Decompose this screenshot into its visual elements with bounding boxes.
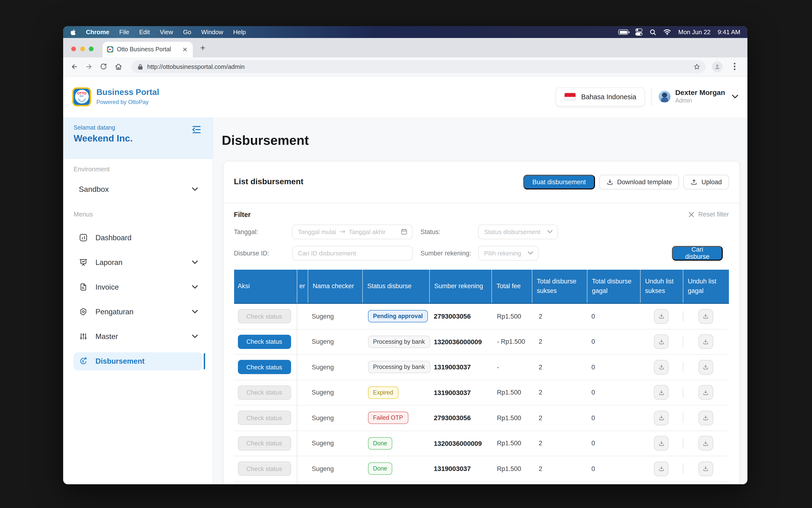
total-disburse-sukses: 2	[531, 329, 587, 354]
status-badge: Failed OTP	[368, 412, 408, 424]
total-fee: Rp1.500	[491, 406, 531, 430]
check-status-button[interactable]: Check status	[238, 385, 291, 400]
url-bar[interactable]: http://ottobusinessportal.com/admin	[132, 60, 706, 73]
sidebar-collapse-icon[interactable]	[190, 123, 203, 135]
status-badge: Done	[368, 463, 392, 475]
language-label: Bahasa Indonesia	[581, 93, 636, 100]
language-selector[interactable]: Bahasa Indonesia	[556, 87, 645, 106]
menubar-item-help[interactable]: Help	[233, 29, 246, 36]
minimize-window-button[interactable]	[80, 46, 85, 51]
sidebar-item-dashboard[interactable]: Dashboard	[74, 228, 202, 247]
tab-close-icon[interactable]: ✕	[181, 46, 188, 53]
source-account-number: 2793003056	[429, 406, 491, 430]
disburse-id-input[interactable]: Cari ID disbursement	[292, 246, 413, 260]
browser-menu-icon[interactable]	[728, 60, 741, 73]
check-status-button[interactable]: Check status	[238, 462, 291, 476]
battery-icon	[618, 30, 629, 35]
total-disburse-gagal: 0	[587, 355, 640, 380]
total-disburse-gagal: 0	[587, 304, 640, 329]
download-success-list-button[interactable]	[654, 335, 669, 349]
check-status-button[interactable]: Check status	[238, 436, 291, 451]
table-header: Aksi er Nama checker Status disburse Sum…	[234, 269, 729, 304]
spotlight-search-icon[interactable]	[650, 29, 656, 35]
download-failed-list-button[interactable]	[698, 385, 713, 400]
download-failed-list-button[interactable]	[698, 436, 713, 451]
chevron-down-icon	[191, 260, 198, 264]
environment-value: Sandbox	[79, 185, 109, 194]
download-success-list-button[interactable]	[654, 462, 669, 476]
download-template-button[interactable]: Download template	[599, 174, 679, 189]
total-disburse-gagal: 0	[587, 329, 640, 354]
back-icon[interactable]	[68, 60, 81, 73]
checker-name: Sugeng	[307, 431, 362, 456]
menubar-item-chrome[interactable]: Chrome	[86, 29, 109, 36]
column-maker-clipped: er	[297, 269, 307, 303]
otto-favicon-icon	[107, 46, 114, 53]
download-success-list-button[interactable]	[654, 385, 669, 400]
menubar-item-go[interactable]: Go	[183, 29, 191, 36]
upload-icon	[690, 178, 697, 185]
download-success-list-button[interactable]	[654, 360, 669, 375]
menubar-item-edit[interactable]: Edit	[139, 29, 150, 36]
reload-icon[interactable]	[97, 60, 110, 73]
table-row: Check status Sugeng Done 1320036000009 R…	[234, 431, 729, 456]
column-total-disburse-gagal: Total disburse gagal	[587, 269, 640, 303]
check-status-button[interactable]: Check status	[238, 360, 291, 374]
upload-button[interactable]: Upload	[683, 174, 729, 189]
sidebar-item-master[interactable]: Master	[74, 327, 202, 345]
url-text[interactable]: http://ottobusinessportal.com/admin	[147, 63, 693, 70]
download-failed-list-button[interactable]	[698, 411, 713, 425]
download-success-list-button[interactable]	[654, 436, 669, 451]
menubar-item-window[interactable]: Window	[201, 29, 223, 36]
source-account-number: 1320036000009	[429, 431, 491, 456]
apple-logo-icon[interactable]	[70, 29, 76, 35]
home-icon[interactable]	[112, 60, 125, 73]
menubar-item-file[interactable]: File	[119, 29, 129, 36]
download-failed-list-button[interactable]	[698, 462, 713, 476]
status-filter-select[interactable]: Status disbursement	[478, 224, 558, 239]
new-tab-button[interactable]: +	[198, 43, 208, 53]
list-disbursement-card: List disbursement Buat disbursement Down…	[223, 161, 740, 484]
forward-icon[interactable]	[82, 60, 95, 73]
search-disburse-button[interactable]: Cari disburse	[672, 246, 723, 260]
reset-filter-button[interactable]: Reset filter	[689, 211, 729, 218]
download-success-list-button[interactable]	[654, 411, 669, 425]
zoom-window-button[interactable]	[89, 46, 93, 51]
download-failed-list-button[interactable]	[698, 309, 713, 324]
status-badge: Processing by bank	[368, 336, 430, 348]
total-disburse-sukses: 2	[531, 304, 587, 329]
column-unduh-list-gagal: Unduh list gagal	[683, 269, 729, 303]
settings-gear-icon	[79, 307, 88, 316]
close-window-button[interactable]	[71, 46, 76, 51]
source-account-select[interactable]: Pilih rekening	[478, 246, 538, 260]
download-failed-list-button[interactable]	[698, 335, 713, 349]
column-nama-checker: Nama checker	[307, 269, 362, 303]
environment-select[interactable]: Sandbox	[74, 183, 202, 195]
bookmark-star-icon[interactable]	[693, 63, 700, 70]
check-status-button[interactable]: Check status	[238, 309, 291, 324]
download-success-list-button[interactable]	[654, 309, 669, 324]
lock-icon[interactable]	[138, 64, 143, 70]
wifi-icon[interactable]	[664, 29, 671, 35]
sidebar-item-laporan[interactable]: Laporan	[74, 253, 202, 271]
browser-window: Chrome File Edit View Go Window Help	[63, 26, 747, 484]
total-fee: Rp1.500	[491, 456, 531, 481]
download-failed-list-button[interactable]	[698, 360, 713, 375]
browser-profile-icon[interactable]	[712, 61, 723, 72]
sidebar-item-pengaturan[interactable]: Pengaturan	[74, 303, 202, 321]
indonesia-flag-icon	[564, 93, 576, 101]
menubar-item-view[interactable]: View	[160, 29, 173, 36]
browser-tab[interactable]: Otto Business Portal ✕	[102, 42, 193, 57]
total-fee: - Rp1.500	[491, 329, 531, 354]
sidebar-item-disbursement[interactable]: $ Disbursement	[74, 352, 202, 370]
date-range-input[interactable]: Tanggal mulai Tanggal akhir	[292, 224, 413, 239]
column-sumber-rekening: Sumber rekening	[429, 269, 491, 303]
control-center-icon[interactable]	[636, 29, 643, 36]
check-status-button[interactable]: Check status	[238, 335, 291, 349]
user-menu-chevron-down-icon[interactable]	[732, 94, 738, 99]
avatar[interactable]	[658, 91, 671, 102]
check-status-button[interactable]: Check status	[238, 411, 291, 425]
create-disbursement-button[interactable]: Buat disbursement	[523, 174, 595, 189]
app-header: OTTOPAY Business Portal Powered by OttoP…	[63, 76, 747, 117]
sidebar-item-invoice[interactable]: Invoice	[74, 278, 202, 296]
